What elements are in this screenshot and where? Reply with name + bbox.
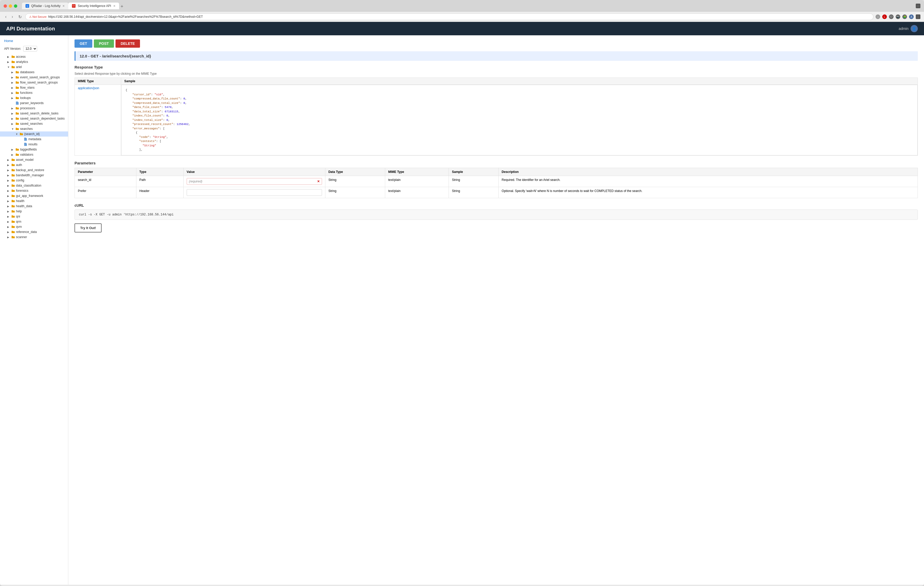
sidebar: Home API Version: 12.0 access analyti <box>0 35 68 585</box>
sidebar-item-processors-label: processors <box>20 107 35 110</box>
sidebar-item-databases[interactable]: databases <box>0 69 68 75</box>
sidebar-item-saved-searches[interactable]: saved_searches <box>0 121 68 126</box>
api-version-select[interactable]: 12.0 <box>23 46 37 51</box>
sidebar-item-saved-delete[interactable]: saved_search_delete_tasks <box>0 111 68 116</box>
sidebar-item-searches-label: searches <box>20 127 33 131</box>
sidebar-item-saved-dependent[interactable]: saved_search_dependent_tasks <box>0 116 68 121</box>
folder-icon-health-data <box>12 204 15 208</box>
tab-favicon-active: 🛡 <box>72 4 76 8</box>
not-secure-indicator: ⚠ Not Secure <box>29 15 47 18</box>
minimize-button[interactable] <box>9 4 12 8</box>
sidebar-item-asset-model-label: asset_model <box>16 158 33 161</box>
window-controls: ⋯ <box>916 3 921 8</box>
sidebar-item-asset-model[interactable]: asset_model <box>0 157 68 162</box>
sidebar-item-validators[interactable]: validators <box>0 152 68 157</box>
sidebar-item-qrm[interactable]: qrm <box>0 219 68 224</box>
param-clear-button[interactable]: ✕ <box>317 179 320 183</box>
mime-value[interactable]: application/json <box>75 85 121 156</box>
sidebar-item-health[interactable]: health <box>0 198 68 204</box>
app-body: Home API Version: 12.0 access analyti <box>0 35 924 585</box>
post-button[interactable]: POST <box>94 40 114 48</box>
sidebar-item-event-saved[interactable]: event_saved_search_groups <box>0 75 68 80</box>
tab-security-api[interactable]: 🛡 Security Intelligence API ✕ <box>68 3 119 9</box>
tab-close-security-api[interactable]: ✕ <box>113 4 116 8</box>
sidebar-home-link[interactable]: Home <box>0 37 68 44</box>
tab-security-api-label: Security Intelligence API <box>78 4 111 8</box>
sidebar-item-processors[interactable]: processors <box>0 105 68 111</box>
sidebar-item-bandwidth[interactable]: bandwidth_manager <box>0 173 68 178</box>
shield-icon[interactable]: 🛡 <box>889 15 894 19</box>
param-input-search-id[interactable]: (required) ✕ <box>186 178 322 185</box>
sidebar-item-flow-vlans[interactable]: flow_vlans <box>0 85 68 90</box>
camera-icon[interactable]: 📷 <box>896 15 900 19</box>
sidebar-item-parser-keywords[interactable]: parser_keywords <box>0 100 68 105</box>
sidebar-item-qrm-label: qrm <box>16 220 21 224</box>
tree-arrow-auth <box>7 164 10 166</box>
sidebar-item-scanner-label: scanner <box>16 235 27 239</box>
sidebar-item-flow-saved-label: flow_saved_search_groups <box>20 81 58 84</box>
tab-close-qradar[interactable]: ✕ <box>63 4 65 8</box>
sidebar-item-config[interactable]: config <box>0 178 68 183</box>
folder-icon-config <box>12 179 15 182</box>
profile-icon[interactable]: A <box>909 15 914 19</box>
param-input-prefer[interactable] <box>186 189 322 196</box>
browser-toolbar-icons: ☆ L 🛡 📷 🧩 A ⋮ <box>876 15 921 19</box>
bookmark-icon[interactable]: ☆ <box>876 15 880 19</box>
sidebar-item-health-data[interactable]: health_data <box>0 204 68 209</box>
mime-table-row: application/json { "cursor_id": "s16", "… <box>75 85 918 156</box>
sidebar-item-help[interactable]: help <box>0 209 68 214</box>
admin-area: admin 👤 <box>899 25 918 32</box>
delete-button[interactable]: DELETE <box>116 40 140 48</box>
sidebar-item-ariel[interactable]: ariel <box>0 64 68 69</box>
api-version-label: API Version: <box>4 47 21 51</box>
sidebar-item-metadata-label: metadata <box>28 137 41 141</box>
sidebar-item-gui-app[interactable]: gui_app_framework <box>0 193 68 198</box>
sidebar-item-qni[interactable]: qni <box>0 214 68 219</box>
sidebar-item-reference-data[interactable]: reference_data <box>0 229 68 234</box>
curl-title: cURL <box>74 203 918 207</box>
file-icon-parser-keywords <box>15 101 19 105</box>
sidebar-item-access[interactable]: access <box>0 54 68 59</box>
tab-qradar[interactable]: Q QRadar - Log Activity ✕ <box>22 3 68 9</box>
folder-icon-event-saved <box>15 76 19 79</box>
sidebar-item-analytics[interactable]: analytics <box>0 59 68 64</box>
sidebar-item-backup[interactable]: backup_and_restore <box>0 168 68 173</box>
sidebar-item-search-id[interactable]: {search_id} <box>0 132 68 137</box>
sidebar-item-bandwidth-label: bandwidth_manager <box>16 173 44 177</box>
menu-icon[interactable]: ⋮ <box>916 15 921 19</box>
sample-col-header: Sample <box>121 78 918 85</box>
admin-icon[interactable]: 👤 <box>911 25 918 32</box>
sidebar-item-analytics-label: analytics <box>16 60 28 64</box>
lastpass-icon[interactable]: L <box>882 15 887 19</box>
back-button[interactable]: ‹ <box>3 14 8 20</box>
app-title: API Documentation <box>6 26 55 32</box>
forward-button[interactable]: › <box>10 14 15 20</box>
browser-window: Q QRadar - Log Activity ✕ 🛡 Security Int… <box>0 0 924 586</box>
try-it-button[interactable]: Try It Out! <box>74 224 102 232</box>
sidebar-item-lookups[interactable]: lookups <box>0 95 68 100</box>
maximize-button[interactable] <box>14 4 17 8</box>
sidebar-item-flow-saved[interactable]: flow_saved_search_groups <box>0 80 68 85</box>
sidebar-item-health-label: health <box>16 199 25 203</box>
tree-arrow-flow-vlans <box>12 86 15 89</box>
sidebar-item-forensics[interactable]: forensics <box>0 188 68 193</box>
sidebar-item-scanner[interactable]: scanner <box>0 234 68 240</box>
sidebar-item-results[interactable]: results <box>0 142 68 147</box>
refresh-button[interactable]: ↻ <box>17 14 23 20</box>
folder-icon-help <box>12 209 15 213</box>
extensions-icon[interactable]: 🧩 <box>903 15 907 19</box>
close-button[interactable] <box>3 4 7 8</box>
address-bar[interactable]: ⚠ Not Secure https://192.168.56.144/api_… <box>25 13 873 20</box>
get-button[interactable]: GET <box>74 40 92 48</box>
sidebar-item-qvm[interactable]: qvm <box>0 224 68 229</box>
sidebar-item-searches[interactable]: searches <box>0 126 68 132</box>
sidebar-item-metadata[interactable]: metadata <box>0 137 68 142</box>
sidebar-item-functions[interactable]: functions <box>0 90 68 95</box>
new-tab-button[interactable]: + <box>119 4 125 9</box>
type-col: Type <box>136 168 183 176</box>
sidebar-item-data-classification[interactable]: data_classification <box>0 183 68 188</box>
sidebar-item-auth[interactable]: auth <box>0 162 68 168</box>
sidebar-item-taggedfields[interactable]: taggedfields <box>0 147 68 152</box>
response-type-title: Response Type <box>74 65 918 69</box>
sidebar-item-validators-label: validators <box>20 153 33 156</box>
